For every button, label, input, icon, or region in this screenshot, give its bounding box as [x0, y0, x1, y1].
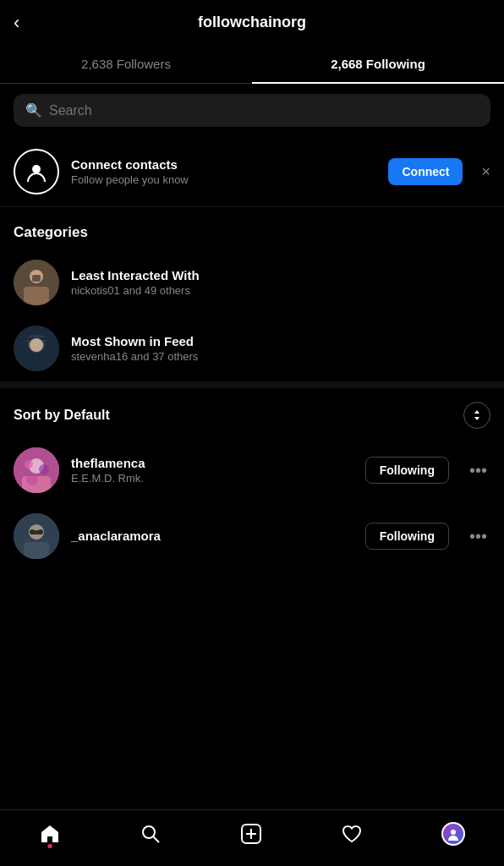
search-icon: 🔍 [25, 102, 42, 118]
profile-avatar-icon [441, 822, 465, 846]
svg-point-21 [38, 529, 43, 534]
categories-title: Categories [0, 207, 504, 249]
sort-label: Sort by Default [14, 408, 110, 423]
svg-point-22 [143, 826, 155, 838]
svg-point-14 [39, 464, 49, 474]
search-container: 🔍 [0, 84, 504, 137]
close-button[interactable]: × [481, 163, 490, 181]
search-box: 🔍 [14, 94, 490, 127]
username-anaclaramora: _anaclaramora [71, 529, 353, 543]
svg-point-13 [25, 460, 33, 469]
svg-point-15 [26, 474, 38, 485]
nav-home[interactable] [22, 819, 78, 848]
category-avatar-least [14, 260, 59, 305]
following-button-theflamenca[interactable]: Following [365, 457, 449, 484]
more-options-theflamenca[interactable]: ••• [466, 461, 490, 480]
category-sub-least: nickotis01 and 49 others [71, 284, 490, 297]
svg-rect-18 [24, 542, 49, 559]
list-item: theflamenca E.E.M.D. Rmk. Following ••• [0, 437, 504, 503]
username-theflamenca: theflamenca [71, 456, 353, 470]
tab-following[interactable]: 2,668 Following [252, 45, 504, 83]
categories-section: Categories Least Interacted With nickoti… [0, 207, 504, 381]
category-item-least-interacted[interactable]: Least Interacted With nickotis01 and 49 … [0, 249, 504, 315]
svg-rect-4 [32, 275, 41, 282]
more-options-anaclaramora[interactable]: ••• [466, 527, 490, 546]
bottom-nav [0, 809, 504, 866]
category-avatar-most [14, 326, 59, 371]
category-info-most: Most Shown in Feed stevenha16 and 37 oth… [71, 334, 490, 363]
user-subtitle-theflamenca: E.E.M.D. Rmk. [71, 472, 353, 485]
user-info-anaclaramora: _anaclaramora [71, 529, 353, 545]
tabs: 2,638 Followers 2,668 Following [0, 45, 504, 84]
svg-point-0 [32, 165, 41, 173]
nav-profile[interactable] [425, 819, 482, 849]
connect-banner: Connect contacts Follow people you know … [0, 137, 504, 207]
header: ‹ followchainorg [0, 0, 504, 45]
svg-line-23 [154, 837, 160, 843]
category-sub-most: stevenha16 and 37 others [71, 350, 490, 363]
following-list: theflamenca E.E.M.D. Rmk. Following ••• [0, 437, 504, 569]
nav-search[interactable] [123, 819, 178, 848]
category-name-most: Most Shown in Feed [71, 334, 490, 348]
user-avatar-theflamenca [14, 447, 59, 493]
connect-title: Connect contacts [71, 157, 376, 172]
category-name-least: Least Interacted With [71, 268, 490, 282]
user-info-theflamenca: theflamenca E.E.M.D. Rmk. [71, 456, 353, 485]
svg-rect-3 [24, 287, 49, 305]
tab-followers[interactable]: 2,638 Followers [0, 45, 252, 83]
nav-home-dot [48, 844, 52, 848]
svg-point-27 [451, 830, 456, 835]
nav-add[interactable] [223, 819, 279, 848]
sort-row: Sort by Default [0, 388, 504, 437]
connect-subtitle: Follow people you know [71, 173, 376, 186]
sort-icon-button[interactable] [463, 402, 490, 429]
category-info-least: Least Interacted With nickotis01 and 49 … [71, 268, 490, 297]
section-divider [0, 381, 504, 388]
back-button[interactable]: ‹ [14, 12, 19, 34]
nav-activity[interactable] [324, 819, 380, 848]
svg-point-9 [30, 338, 43, 352]
connect-button[interactable]: Connect [388, 158, 463, 185]
category-item-most-shown[interactable]: Most Shown in Feed stevenha16 and 37 oth… [0, 315, 504, 381]
connect-text: Connect contacts Follow people you know [71, 157, 376, 186]
user-avatar-anaclaramora [14, 513, 59, 559]
list-item: _anaclaramora Following ••• [0, 503, 504, 569]
svg-point-20 [30, 529, 35, 534]
search-input[interactable] [49, 103, 479, 118]
connect-avatar-icon [14, 149, 59, 195]
following-button-anaclaramora[interactable]: Following [365, 523, 449, 550]
header-title: followchainorg [198, 14, 306, 31]
